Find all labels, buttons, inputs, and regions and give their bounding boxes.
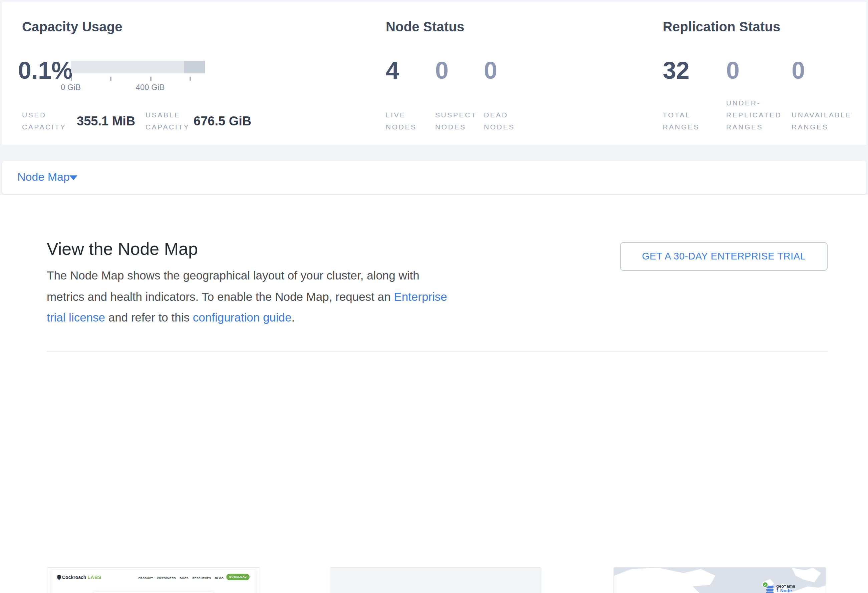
capacity-usage-percent: 0.1% [18, 57, 73, 85]
axis-tick [190, 77, 190, 81]
live-nodes-label: LIVENODES [386, 109, 417, 133]
unavailable-ranges-label: UNAVAILABLERANGES [791, 109, 852, 133]
sql-commands-panel: > SET CLUSTER SETTING CLUSTER.ORGANIZATI… [331, 568, 540, 593]
healthy-badge-icon: ✓ [762, 582, 768, 588]
total-ranges-value: 32 [663, 57, 689, 85]
step3-card: 1 geo=sfo 2 Nodes 9% [613, 567, 826, 593]
usable-capacity-value: 676.5 GiB [193, 114, 251, 129]
node-map-dashboard: Capacity Usage 0.1% 0 GiB 400 GiB USEDCA… [0, 0, 868, 593]
live-nodes-value: 4 [386, 57, 399, 85]
section-divider [47, 351, 828, 352]
cockroach-labs-logo: Cockroach LABS [58, 575, 102, 580]
map-node-ams: ✓ geo=ams 1 Node 10% [766, 584, 822, 593]
node-count: 1 Node [776, 588, 795, 593]
database-icon: ✓ [766, 585, 774, 593]
chevron-down-icon[interactable] [69, 175, 77, 180]
suspect-nodes-label: SUSPECTNODES [435, 109, 477, 133]
capacity-usage-bar [71, 61, 184, 74]
section-description: The Node Map shows the geographical layo… [47, 265, 447, 328]
used-capacity-label: USEDCAPACITY [22, 109, 66, 133]
dead-nodes-label: DEADNODES [484, 109, 515, 133]
download-button: DOWNLOAD [226, 574, 249, 580]
website-nav: PRODUCTCUSTOMERSDOCSRESOURCESBLOG [134, 576, 224, 580]
under-replicated-ranges-label: UNDER-REPLICATEDRANGES [726, 97, 782, 133]
enterprise-trial-license-link[interactable]: Enterprise [394, 290, 447, 303]
replication-status-title: Replication Status [663, 19, 781, 35]
capacity-usage-bar-segment [184, 61, 205, 74]
axis-tick [71, 77, 72, 81]
node-map-dropdown[interactable]: Node Map [17, 171, 70, 184]
total-ranges-label: TOTALRANGES [663, 109, 700, 133]
get-enterprise-trial-button[interactable]: GET A 30-DAY ENTERPRISE TRIAL [620, 242, 828, 271]
step2-card: > SET CLUSTER SETTING CLUSTER.ORGANIZATI… [330, 567, 541, 593]
trial-form-screenshot: Cockroach LABS PRODUCTCUSTOMERSDOCSRESOU… [47, 568, 260, 593]
step1-card: Cockroach LABS PRODUCTCUSTOMERSDOCSRESOU… [47, 567, 260, 593]
section-title: View the Node Map [47, 239, 198, 259]
cockroach-icon [58, 575, 61, 580]
axis-tick [110, 77, 111, 81]
dead-nodes-value: 0 [484, 57, 497, 85]
cluster-summary-panel: Capacity Usage 0.1% 0 GiB 400 GiB USEDCA… [2, 2, 866, 145]
under-replicated-ranges-value: 0 [726, 57, 740, 85]
view-selector-bar: Node Map [2, 161, 866, 194]
capacity-usage-title: Capacity Usage [22, 19, 123, 35]
usable-capacity-label: USABLECAPACITY [146, 109, 190, 133]
axis-tick [150, 77, 151, 81]
axis-tick-label: 0 GiB [51, 83, 91, 92]
suspect-nodes-value: 0 [435, 57, 449, 85]
enterprise-trial-license-link[interactable]: trial license [47, 311, 105, 324]
axis-tick-label: 400 GiB [130, 83, 170, 92]
configuration-guide-link[interactable]: configuration guide [193, 311, 292, 324]
locality-name: geo=ams [776, 584, 795, 588]
trial-license-form: Register for a 30-day trial license FIRS… [94, 592, 213, 593]
used-capacity-value: 355.1 MiB [77, 114, 135, 129]
node-map-preview: 1 geo=sfo 2 Nodes 9% [614, 568, 826, 593]
node-map-placeholder-section: View the Node Map The Node Map shows the… [0, 195, 868, 593]
unavailable-ranges-value: 0 [791, 57, 805, 85]
cockroach-website-mockup: Cockroach LABS PRODUCTCUSTOMERSDOCSRESOU… [52, 570, 255, 593]
node-status-title: Node Status [386, 19, 465, 35]
